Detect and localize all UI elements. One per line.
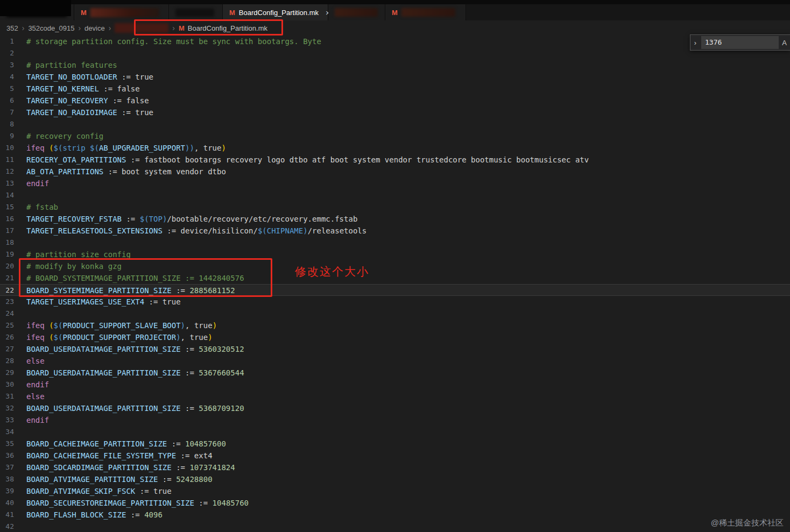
line-number: 5 bbox=[0, 83, 14, 95]
line-number: 12 bbox=[0, 166, 14, 178]
tab-redacted-2[interactable]: M bbox=[74, 4, 169, 20]
line-number: 32 bbox=[0, 402, 14, 414]
code-text: BOARD_USERDATAIMAGE_PARTITION_SIZE := 53… bbox=[14, 343, 244, 355]
line-number: 35 bbox=[0, 438, 14, 450]
code-text: TARGET_RECOVERY_FSTAB := $(TOP)/bootable… bbox=[14, 213, 357, 225]
code-line-1[interactable]: 1# storage partition config. Size must b… bbox=[0, 36, 790, 47]
code-text bbox=[14, 308, 26, 320]
code-line-28[interactable]: 28else bbox=[0, 355, 790, 367]
code-line-2[interactable]: 2 bbox=[0, 47, 790, 59]
code-text: TARGET_NO_BOOTLOADER := true bbox=[14, 71, 153, 83]
redacted-tab-label bbox=[335, 8, 378, 17]
line-number: 30 bbox=[0, 379, 14, 391]
code-line-24[interactable]: 24 bbox=[0, 308, 790, 320]
find-widget: › 1376 A bbox=[690, 34, 790, 51]
code-line-42[interactable]: 42 bbox=[0, 521, 790, 532]
breadcrumb-item-352code[interactable]: 352code_0915 bbox=[28, 24, 74, 32]
tab-boardconfig-partition[interactable]: M BoardConfig_Partition.mk × bbox=[223, 4, 328, 20]
code-line-3[interactable]: 3# partition features bbox=[0, 59, 790, 71]
code-line-10[interactable]: 10ifeq ($(strip $(AB_UPGRADER_SUPPORT)),… bbox=[0, 142, 790, 154]
line-number: 11 bbox=[0, 154, 14, 166]
breadcrumb-item-352[interactable]: 352 bbox=[6, 24, 18, 32]
chevron-right-icon: › bbox=[109, 24, 111, 32]
redacted-tab-label bbox=[401, 8, 455, 17]
line-number: 16 bbox=[0, 213, 14, 225]
code-line-34[interactable]: 34 bbox=[0, 426, 790, 438]
breadcrumb-item-device[interactable]: device bbox=[84, 24, 105, 32]
line-number: 9 bbox=[0, 130, 14, 142]
code-text: BOARD_USERDATAIMAGE_PARTITION_SIZE := 53… bbox=[14, 367, 244, 379]
tab-redacted-5[interactable]: M bbox=[385, 4, 466, 20]
breadcrumb-file-label: BoardConfig_Partition.mk bbox=[188, 24, 267, 32]
find-expand-chevron-icon[interactable]: › bbox=[692, 39, 699, 47]
code-line-39[interactable]: 39BOARD_ATVIMAGE_SKIP_FSCK := true bbox=[0, 485, 790, 497]
editor-tab-bar: M M BoardConfig_Partition.mk × M bbox=[0, 0, 790, 20]
line-number: 3 bbox=[0, 59, 14, 71]
line-number: 36 bbox=[0, 450, 14, 462]
breadcrumb-file[interactable]: M BoardConfig_Partition.mk bbox=[179, 24, 267, 32]
code-line-26[interactable]: 26ifeq ($(PRODUCT_SUPPORT_PROJECTOR), tr… bbox=[0, 331, 790, 343]
code-line-7[interactable]: 7TARGET_NO_RADIOIMAGE := true bbox=[0, 107, 790, 118]
tab-redacted-4[interactable] bbox=[328, 4, 385, 20]
line-number: 20 bbox=[0, 260, 14, 272]
code-line-18[interactable]: 18 bbox=[0, 237, 790, 249]
code-line-38[interactable]: 38BOARD_ATVIMAGE_PARTITION_SIZE := 52428… bbox=[0, 473, 790, 485]
tab-redacted-3[interactable] bbox=[169, 4, 223, 20]
code-text: endif bbox=[14, 178, 49, 189]
line-number: 26 bbox=[0, 331, 14, 343]
code-line-12[interactable]: 12AB_OTA_PARTITIONS := boot system vendo… bbox=[0, 166, 790, 178]
code-editor[interactable]: 1# storage partition config. Size must b… bbox=[0, 36, 790, 532]
line-number: 13 bbox=[0, 178, 14, 189]
code-line-8[interactable]: 8 bbox=[0, 118, 790, 130]
makefile-icon: M bbox=[392, 9, 398, 17]
code-line-20[interactable]: 20# modify by konka gzg bbox=[0, 260, 790, 272]
code-line-35[interactable]: 35BOARD_CACHEIMAGE_PARTITION_SIZE := 104… bbox=[0, 438, 790, 450]
code-line-21[interactable]: 21# BOARD_SYSTEMIMAGE_PARTITION_SIZE := … bbox=[0, 272, 790, 284]
code-text: BOARD_CACHEIMAGE_FILE_SYSTEM_TYPE := ext… bbox=[14, 450, 213, 462]
code-line-14[interactable]: 14 bbox=[0, 189, 790, 201]
code-text: endif bbox=[14, 414, 49, 426]
code-line-32[interactable]: 32BOARD_USERDATAIMAGE_PARTITION_SIZE := … bbox=[0, 402, 790, 414]
code-text bbox=[14, 118, 26, 130]
code-line-6[interactable]: 6TARGET_NO_RECOVERY := false bbox=[0, 95, 790, 107]
code-text bbox=[14, 47, 26, 59]
code-line-13[interactable]: 13endif bbox=[0, 178, 790, 189]
code-text: TARGET_RELEASETOOLS_EXTENSIONS := device… bbox=[14, 225, 366, 237]
match-case-button[interactable]: A bbox=[781, 39, 788, 47]
code-line-17[interactable]: 17TARGET_RELEASETOOLS_EXTENSIONS := devi… bbox=[0, 225, 790, 237]
code-line-31[interactable]: 31else bbox=[0, 391, 790, 402]
watermark: @稀土掘金技术社区 bbox=[711, 518, 784, 528]
code-line-29[interactable]: 29BOARD_USERDATAIMAGE_PARTITION_SIZE := … bbox=[0, 367, 790, 379]
line-number: 34 bbox=[0, 426, 14, 438]
code-line-37[interactable]: 37BOARD_SDCARDIMAGE_PARTITION_SIZE := 10… bbox=[0, 462, 790, 473]
code-line-25[interactable]: 25ifeq ($(PRODUCT_SUPPORT_SLAVE_BOOT), t… bbox=[0, 320, 790, 331]
code-text: BOARD_SYSTEMIMAGE_PARTITION_SIZE := 2885… bbox=[14, 285, 235, 295]
code-line-11[interactable]: 11REOCERY_OTA_PARTITIONS := fastboot boo… bbox=[0, 154, 790, 166]
code-text bbox=[14, 237, 26, 249]
code-line-41[interactable]: 41BOARD_FLASH_BLOCK_SIZE := 4096 bbox=[0, 509, 790, 521]
line-number: 15 bbox=[0, 201, 14, 213]
code-text: # recovery config bbox=[14, 130, 103, 142]
code-text: BOARD_ATVIMAGE_SKIP_FSCK := true bbox=[14, 485, 172, 497]
code-text: BOARD_FLASH_BLOCK_SIZE := 4096 bbox=[14, 509, 163, 521]
code-line-5[interactable]: 5TARGET_NO_KERNEL := false bbox=[0, 83, 790, 95]
code-line-4[interactable]: 4TARGET_NO_BOOTLOADER := true bbox=[0, 71, 790, 83]
line-number: 21 bbox=[0, 272, 14, 284]
code-line-23[interactable]: 23TARGET_USERIMAGES_USE_EXT4 := true bbox=[0, 296, 790, 308]
find-input[interactable]: 1376 bbox=[701, 36, 779, 49]
code-line-30[interactable]: 30endif bbox=[0, 379, 790, 391]
code-line-16[interactable]: 16TARGET_RECOVERY_FSTAB := $(TOP)/bootab… bbox=[0, 213, 790, 225]
line-number: 29 bbox=[0, 367, 14, 379]
code-text: TARGET_NO_RECOVERY := false bbox=[14, 95, 149, 107]
code-line-15[interactable]: 15# fstab bbox=[0, 201, 790, 213]
code-text: BOARD_ATVIMAGE_PARTITION_SIZE := 5242880… bbox=[14, 473, 213, 485]
code-line-33[interactable]: 33endif bbox=[0, 414, 790, 426]
code-line-19[interactable]: 19# partition size config bbox=[0, 249, 790, 260]
line-number: 33 bbox=[0, 414, 14, 426]
code-line-9[interactable]: 9# recovery config bbox=[0, 130, 790, 142]
line-number: 38 bbox=[0, 473, 14, 485]
code-line-27[interactable]: 27BOARD_USERDATAIMAGE_PARTITION_SIZE := … bbox=[0, 343, 790, 355]
code-line-40[interactable]: 40BOARD_SECURESTOREIMAGE_PARTITION_SIZE … bbox=[0, 497, 790, 509]
code-line-22[interactable]: 22BOARD_SYSTEMIMAGE_PARTITION_SIZE := 28… bbox=[0, 284, 790, 296]
code-line-36[interactable]: 36BOARD_CACHEIMAGE_FILE_SYSTEM_TYPE := e… bbox=[0, 450, 790, 462]
